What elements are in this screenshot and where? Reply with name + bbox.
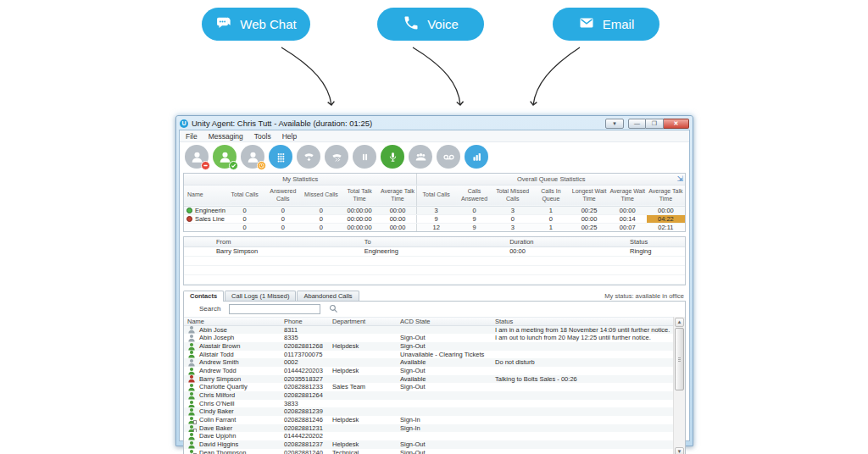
reports-icon[interactable] [465, 145, 488, 169]
contact-person-icon [187, 449, 196, 454]
stats-cell: 00:00 [379, 206, 417, 214]
agent-unavailable-icon[interactable] [185, 145, 209, 169]
contacts-scrollbar[interactable]: ▲ ▼ [673, 317, 685, 454]
contact-row[interactable]: Alastair Brown02082881268HelpdeskSign-Ou… [184, 342, 673, 351]
contact-person-icon [187, 383, 196, 391]
contact-row[interactable]: Cindy Baker02082881239 [184, 407, 673, 416]
scrollbar-thumb[interactable] [675, 328, 684, 390]
agent-available-icon[interactable] [213, 145, 236, 169]
contact-row[interactable]: Chris O'Neill3833 [184, 400, 673, 408]
contact-row[interactable]: Andrew Todd01444220203HelpdeskSign-Out [184, 367, 673, 375]
contacts-column-header[interactable]: Name [184, 318, 284, 326]
contact-acd-state: Sign-Out [400, 440, 495, 449]
search-icon[interactable] [329, 302, 338, 317]
contact-person-icon [187, 407, 196, 416]
stats-cell: 00:00 [647, 206, 685, 214]
window-client-area: File Messaging Tools Help ⇲ My Statistic… [179, 130, 690, 441]
contact-status: I am out to lunch from 20 May 12:25 unti… [495, 334, 673, 342]
tab-contacts[interactable]: Contacts [183, 291, 224, 302]
contact-row[interactable]: Charlotte Quartly02082881233Sales TeamSi… [184, 383, 673, 391]
minimize-button[interactable]: — [628, 119, 646, 129]
contact-acd-state [400, 407, 495, 416]
tray-button[interactable]: ▾ [605, 119, 624, 129]
dialpad-icon[interactable] [269, 145, 292, 169]
stats-cell: 0 [302, 206, 340, 214]
stats-cell: 3 [493, 206, 531, 214]
contact-status: I am in a meeting from 18 November 14:09… [495, 326, 673, 335]
conference-icon[interactable] [409, 145, 432, 169]
stats-column-header: Average Talk Time [379, 185, 417, 206]
contact-department [332, 391, 400, 400]
contact-name: David Higgins [199, 440, 238, 449]
stats-total-cell: 00:00 [379, 223, 417, 231]
stats-row[interactable]: Sales Line00000:00:0000:00990000:0000:14… [184, 214, 685, 223]
contact-row[interactable]: Andrew Smith0002AvailableDo not disturb [184, 358, 673, 367]
tab-call-logs[interactable]: Call Logs (1 Missed) [225, 291, 296, 301]
calls-column-header: Duration [509, 237, 630, 246]
stats-column-header: Average Talk Time [647, 185, 685, 206]
menu-messaging[interactable]: Messaging [209, 132, 243, 141]
call-duration: 00:00 [509, 246, 630, 256]
queue-status-dot [186, 216, 192, 222]
window-title: Unity Agent: Chris Tutt - Available (dur… [192, 119, 605, 128]
unity-agent-window: U Unity Agent: Chris Tutt - Available (d… [175, 115, 693, 446]
contact-row[interactable]: Colin Farrant02082881246HelpdeskSign-In [184, 416, 673, 424]
agent-wrapup-icon[interactable] [241, 145, 264, 169]
voicemail-icon[interactable] [437, 145, 460, 169]
title-bar[interactable]: U Unity Agent: Chris Tutt - Available (d… [176, 116, 693, 130]
scroll-up-icon[interactable]: ▲ [675, 318, 684, 327]
expand-stats-icon[interactable]: ⇲ [676, 174, 683, 183]
contacts-column-header[interactable]: Department [332, 318, 400, 326]
contact-phone: 02082881240 [284, 449, 332, 454]
contact-row[interactable]: Alistair Todd01173700075Unavailable - Cl… [184, 351, 673, 359]
stats-total-cell: 00:07 [609, 223, 647, 231]
close-button[interactable]: ✕ [664, 119, 689, 129]
stats-cell: 9 [417, 214, 455, 223]
web-chat-button[interactable]: Web Chat [202, 8, 310, 41]
contact-name: Alistair Todd [199, 351, 234, 359]
stats-total-cell: 9 [455, 223, 493, 231]
contacts-column-header[interactable]: Phone [284, 318, 332, 326]
contact-status [495, 391, 673, 400]
scroll-down-icon[interactable]: ▼ [675, 447, 684, 454]
email-button[interactable]: Email [553, 8, 659, 41]
contact-row[interactable]: Abin Joseph8335Sign-OutI am out to lunch… [184, 334, 673, 342]
menu-help[interactable]: Help [282, 132, 297, 141]
stats-cell: 04:22 [647, 214, 685, 223]
contact-row[interactable]: Dave Upjohn01444220202 [184, 432, 673, 440]
contact-acd-state: Sign-In [400, 424, 495, 433]
stats-row[interactable]: Engineering00000:00:0000:00303100:2500:0… [184, 206, 685, 214]
contact-department [332, 375, 400, 384]
contact-department: Technical [332, 449, 400, 454]
contact-row[interactable]: David Higgins02082881237HelpdeskSign-Out [184, 440, 673, 449]
hold-call-icon[interactable] [353, 145, 376, 169]
contact-row[interactable]: Abin Jose8311I am in a meeting from 18 N… [184, 326, 673, 335]
contact-row[interactable]: Barry Simpson02035518327AvailableTalking… [184, 375, 673, 384]
email-icon [578, 14, 595, 34]
contact-acd-state [400, 391, 495, 400]
contact-row[interactable]: Dean Thompson02082881240TechnicalSign-Ou… [184, 449, 673, 454]
stats-cell: 00:00 [609, 206, 647, 214]
transfer-call-icon[interactable] [325, 145, 348, 169]
calls-column-header: To [364, 237, 509, 246]
contact-department: Sales Team [332, 383, 400, 391]
contact-person-icon [187, 391, 196, 400]
voice-button[interactable]: Voice [377, 8, 484, 41]
contacts-column-header[interactable]: ACD State [400, 318, 495, 326]
contact-person-icon [187, 367, 196, 375]
maximize-button[interactable]: ❐ [646, 119, 664, 129]
active-call-row[interactable]: Barry SimpsonEngineering00:00Ringing [184, 246, 685, 256]
stats-column-header: Name [184, 185, 225, 206]
contact-department [332, 358, 400, 367]
record-call-icon[interactable] [381, 145, 404, 169]
contact-row[interactable]: Dave Baker02082881231Sign-In [184, 424, 673, 433]
menu-tools[interactable]: Tools [254, 132, 271, 141]
contacts-column-header[interactable]: Status [495, 318, 673, 326]
menu-file[interactable]: File [186, 132, 198, 141]
contact-row[interactable]: Chris Milford02082881264 [184, 391, 673, 400]
release-call-icon[interactable] [297, 145, 320, 169]
stats-column-header: Calls Answered [455, 185, 493, 206]
contact-department: Helpdesk [332, 416, 400, 424]
tab-abandoned-calls[interactable]: Abandoned Calls [297, 291, 359, 301]
search-input[interactable] [229, 304, 320, 314]
